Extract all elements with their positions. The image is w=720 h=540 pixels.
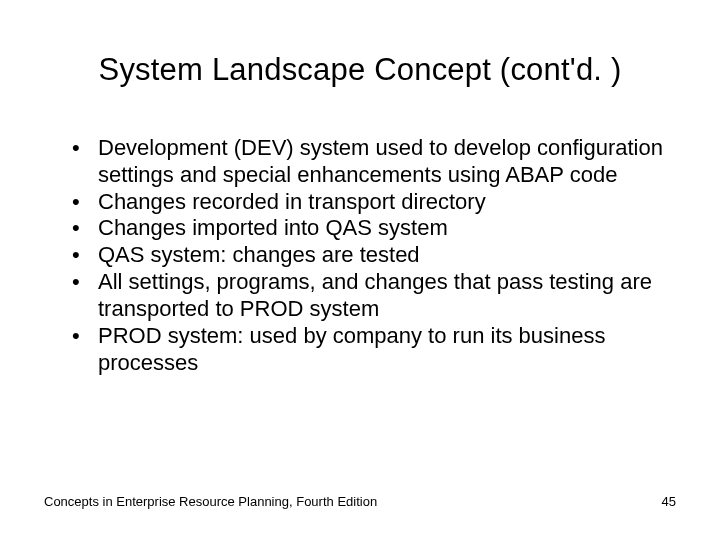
slide: System Landscape Concept (cont'd. ) Deve… [0, 0, 720, 540]
footer-page-number: 45 [662, 494, 676, 509]
bullet-item: All settings, programs, and changes that… [68, 269, 668, 323]
slide-body: Development (DEV) system used to develop… [68, 135, 668, 376]
bullet-item: Changes recorded in transport directory [68, 189, 668, 216]
slide-title: System Landscape Concept (cont'd. ) [0, 52, 720, 88]
bullet-item: PROD system: used by company to run its … [68, 323, 668, 377]
bullet-item: QAS system: changes are tested [68, 242, 668, 269]
footer-source: Concepts in Enterprise Resource Planning… [44, 494, 377, 509]
bullet-item: Changes imported into QAS system [68, 215, 668, 242]
bullet-item: Development (DEV) system used to develop… [68, 135, 668, 189]
bullet-list: Development (DEV) system used to develop… [68, 135, 668, 376]
